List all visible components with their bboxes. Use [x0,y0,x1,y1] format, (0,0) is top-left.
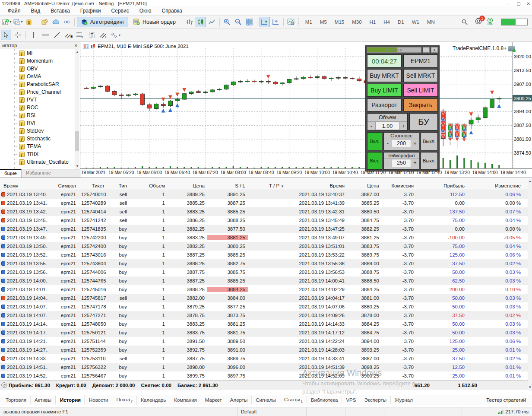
navigator-item-tema[interactable]: fTEMA [13,143,80,150]
chart-window[interactable]: EPM21, M10 E-Mini S&P 500: June 2021 Tra… [80,42,532,178]
history-row[interactable]: 2021.03.19 14:00...epm21125744765buy1388… [0,276,532,285]
volume-value[interactable]: 1.00 [375,122,399,130]
tab-vps[interactable]: VPS [342,396,360,404]
navigator-item-stddev[interactable]: fStdDev [13,127,80,135]
stoploss-plus-button[interactable]: + [411,139,419,147]
new-order-button[interactable]: Новый ордер [129,17,180,27]
close-position-button[interactable]: Закрыть [403,98,438,111]
tab-маркет[interactable]: Маркет [201,396,226,404]
tab-статьи[interactable]: Статьи1 [280,396,307,405]
menu-item-окно[interactable]: Окно [134,7,157,15]
tab-история[interactable]: История [56,395,85,404]
history-row[interactable]: 2021.03.19 14:07...epm21125747271buy1387… [0,311,532,320]
timeframe-mn[interactable]: MN [423,18,439,26]
navigator-item-mi[interactable]: fMI [13,49,80,57]
history-row[interactable]: 2021.03.19 14:33...epm21125753110sell138… [0,354,532,363]
reverse-button[interactable]: Разворот [367,98,402,111]
close-button[interactable]: ✕ [527,1,530,6]
history-row[interactable]: 2021.03.19 14:07...epm21125747178buy1387… [0,302,532,311]
menu-item-вид[interactable]: Вид [26,7,46,15]
algo-trading-button[interactable]: Алготрейдинг [77,17,128,27]
tab-сигналы[interactable]: Сигналы [252,396,280,404]
history-row[interactable]: 2021.03.19 13:50...epm21125742400buy1388… [0,242,532,251]
column-header-time2[interactable]: Время [287,183,347,188]
crosshair-tool-icon[interactable] [13,30,23,40]
tab-эксперты[interactable]: Эксперты [360,396,390,404]
column-header-com[interactable]: Комиссия [382,183,416,188]
history-center-icon[interactable] [39,17,50,27]
breakeven-button[interactable]: БУ [409,113,438,130]
status-profile[interactable]: Default [238,407,307,416]
history-row[interactable]: 2021.03.19 14:01...epm21125745016buy1388… [0,285,532,294]
chart-ohlc-icon[interactable] [83,44,89,49]
timeframe-d1[interactable]: D1 [394,18,408,26]
buy-limit-button[interactable]: Buy LIMIT [367,84,402,97]
tab-журнал[interactable]: Журнал [391,396,417,404]
tab-активы[interactable]: Активы [31,396,56,404]
stoploss-off-button[interactable]: Выкл. [421,132,438,150]
history-row[interactable]: 2021.03.19 14:14...epm21125748650buy1388… [0,320,532,328]
history-row[interactable]: 2021.03.19 13:47...epm21125741835buy1388… [0,225,532,233]
column-header-type[interactable]: Тип [107,183,130,188]
connection-status[interactable]: 217.70 ms [498,409,532,414]
tab-алерты[interactable]: Алерты [226,396,252,404]
timeframe-h1[interactable]: H1 [366,18,380,26]
navigator-scroll-thumb[interactable] [75,131,79,151]
auto-scroll-icon[interactable] [260,17,270,27]
navigator-item-osma[interactable]: fOsMA [13,73,80,80]
search-icon[interactable] [459,17,470,27]
history-row[interactable]: 2021.03.19 13:41...epm21125740289sell138… [0,199,532,207]
navigator-item-stochastic[interactable]: fStochastic [13,135,80,143]
takeprofit-on-button[interactable]: Вкл. [367,152,382,170]
bar-chart-icon[interactable] [184,17,195,27]
fibonacci-tool-icon[interactable]: F [75,30,86,40]
scroll-up-icon[interactable]: ▲ [76,50,79,54]
column-header-profit[interactable]: Прибыль [416,183,467,188]
history-row[interactable]: 2021.03.19 14:17...epm21125750121buy1388… [0,328,532,337]
line-chart-icon[interactable] [207,17,217,27]
navigator-tab-favorites[interactable]: Избранное [22,169,55,178]
column-header-tp[interactable]: T / P ▼ [248,183,287,188]
navigator-item-momentum[interactable]: fMomentum [13,57,80,65]
column-header-vol[interactable]: Объем [130,183,168,188]
history-row[interactable]: 2021.03.19 13:52...epm21125743016buy1388… [0,251,532,259]
navigator-item-rsi[interactable]: fRSI [13,111,80,119]
navigator-item-rvi[interactable]: fRVI [13,119,80,127]
history-scrollbar[interactable]: ▲▼ [528,178,532,391]
timeframe-h4[interactable]: H4 [380,18,394,26]
menu-item-файл[interactable]: Файл [3,7,26,15]
scroll-up-icon[interactable]: ▲ [529,179,532,183]
navigator-item-pvt[interactable]: fPVT [13,96,80,104]
column-header-price2[interactable]: Цена [347,183,382,188]
tab-новости[interactable]: Новости [85,396,113,404]
timeframe-m1[interactable]: M1 [301,18,316,26]
horizontal-line-tool-icon[interactable] [40,30,51,40]
column-header-time[interactable]: Время [0,183,48,188]
equidistant-channel-tool-icon[interactable]: E [63,30,74,40]
chart-symbol-icon[interactable] [90,44,96,49]
history-row[interactable]: 2021.03.19 14:52...epm21125756467buy1389… [0,372,532,380]
cursor-tool-icon[interactable] [1,30,11,40]
panel-minimize-button[interactable] [423,47,430,53]
expert-advisor-icon[interactable] [508,46,515,51]
menu-item-сервис[interactable]: Сервис [106,7,134,15]
tab-календарь[interactable]: Календарь [137,396,170,404]
menu-item-графики[interactable]: Графики [75,7,106,15]
column-header-chg[interactable]: Изменение [467,183,523,188]
history-row[interactable]: 2021.03.19 13:40...epm21125740010sell138… [0,190,532,199]
menu-item-справка[interactable]: Справка [157,7,187,15]
navigator-tab-common[interactable]: бщие [0,169,22,178]
filter-icon[interactable]: ▼ [281,184,284,188]
navigator-item-parabolicsar[interactable]: fParabolicSAR [13,80,80,88]
history-row[interactable]: 2021.03.19 13:45...epm21125741242sell138… [0,216,532,225]
sell-limit-button[interactable]: Sell LIMIT [403,84,438,97]
history-row[interactable]: 2021.03.19 13:56...epm21125744006buy1388… [0,268,532,276]
minimize-button[interactable]: — [506,1,510,6]
history-row[interactable]: 2021.03.19 14:51...epm21125756322buy1389… [0,363,532,372]
tab-компания[interactable]: Компания [170,396,201,404]
history-row[interactable]: 2021.03.19 13:55...epm21125743804buy1388… [0,259,532,268]
tab-почта[interactable]: Почта7 [112,396,137,405]
history-row[interactable]: 2021.03.19 14:04...epm21125745817sell138… [0,294,532,302]
column-header-ticket[interactable]: Тикет [79,183,107,188]
chart-template-icon[interactable] [286,17,296,27]
